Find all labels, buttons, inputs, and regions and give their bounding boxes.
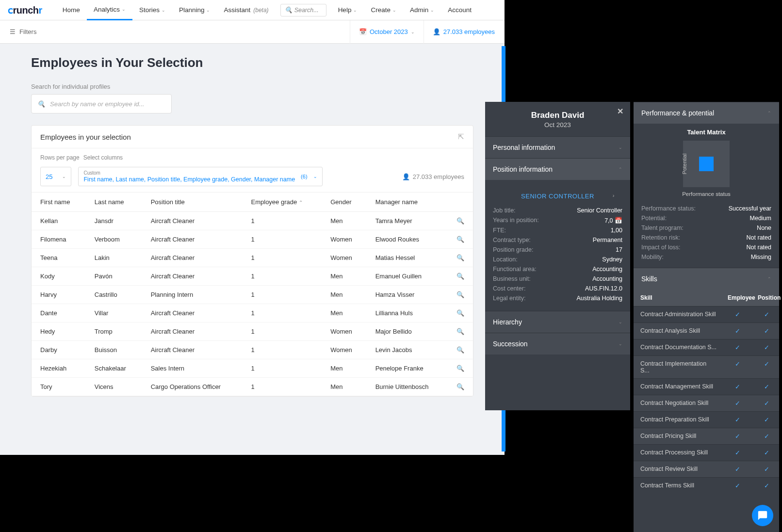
table-row[interactable]: HezekiahSchakelaarSales Intern1MenPenelo… <box>32 359 473 378</box>
chevron-down-icon: ⌄ <box>411 30 415 34</box>
chevron-down-icon: ⌄ <box>162 8 165 13</box>
check-icon: ✓ <box>721 323 751 339</box>
skill-row: Contract Management Skill✓✓ <box>634 378 779 395</box>
section-performance[interactable]: Performance & potential⌃ <box>634 102 779 124</box>
user-icon: 👤 <box>402 173 410 180</box>
employee-count[interactable]: 👤27.033 employees <box>424 28 495 35</box>
matrix-xlabel: Performance status <box>634 191 779 197</box>
check-icon: ✓ <box>751 445 779 461</box>
search-label: Search for individual profiles <box>31 83 473 90</box>
user-icon: 👤 <box>433 28 440 35</box>
filter-icon: ☰ <box>10 28 16 35</box>
search-icon[interactable]: 🔍 <box>448 378 473 396</box>
chat-button[interactable] <box>752 505 773 526</box>
columns-select[interactable]: Custom First name, Last name, Position t… <box>78 167 322 186</box>
chevron-down-icon: ⌄ <box>62 174 66 179</box>
table-row[interactable]: KodyPavónAircraft Cleaner1MenEmanuel Gui… <box>32 267 473 286</box>
col-header[interactable]: Last name <box>86 193 142 212</box>
table-row[interactable]: HarvyCastrilloPlanning Intern1MenHamza V… <box>32 286 473 304</box>
kv-row: Mobility:Missing <box>641 252 771 262</box>
search-icon[interactable]: 🔍 <box>448 267 473 286</box>
kv-row: Job title:Senior Controller <box>493 206 622 215</box>
section-skills[interactable]: Skills⌃ <box>634 268 779 290</box>
table-row[interactable]: TeenaLakinAircraft Cleaner1WomenMatias H… <box>32 249 473 267</box>
search-icon[interactable]: 🔍 <box>448 322 473 341</box>
section-position[interactable]: Position information⌃ <box>485 158 630 180</box>
skill-row: Contract Analysis Skill✓✓ <box>634 322 779 339</box>
search-icon[interactable]: 🔍 <box>448 230 473 249</box>
rows-per-page-select[interactable]: 25⌄ <box>40 167 71 186</box>
kv-row: Talent program:None <box>641 223 771 233</box>
table-row[interactable]: KellanJansdrAircraft Cleaner1MenTamra Me… <box>32 212 473 230</box>
check-icon: ✓ <box>751 412 779 428</box>
skill-row: Contract Processing Skill✓✓ <box>634 444 779 461</box>
nav-analytics[interactable]: Analytics⌄ <box>87 0 132 20</box>
card-header: Employees in your selection ⇱ <box>32 126 473 148</box>
search-icon[interactable]: 🔍 <box>448 341 473 359</box>
kv-row: Retention risk:Not rated <box>641 233 771 242</box>
section-hierarchy[interactable]: Hierarchy⌄ <box>485 311 630 333</box>
skills-header: Skill Employee Position <box>634 290 779 306</box>
export-icon[interactable]: ⇱ <box>458 132 464 141</box>
logo: ᴄrunchr <box>8 4 42 16</box>
table-row[interactable]: DarbyBuissonAircraft Cleaner1WomenLevin … <box>32 341 473 359</box>
nav-stories[interactable]: Stories⌄ <box>132 0 172 20</box>
rows-label: Rows per page <box>40 154 80 161</box>
kv-row: Contract type:Permanent <box>493 235 622 245</box>
col-header[interactable]: Gender <box>322 193 366 212</box>
date-selector[interactable]: 📅October 2023⌄ <box>350 20 424 44</box>
top-nav: ᴄrunchr Home Analytics⌄ Stories⌄ Plannin… <box>0 0 505 20</box>
chevron-down-icon: ⌄ <box>619 145 622 150</box>
talent-matrix: Potential <box>683 141 730 187</box>
search-icon[interactable]: 🔍 <box>448 286 473 304</box>
check-icon: ✓ <box>751 428 779 444</box>
check-icon: ✓ <box>721 339 751 355</box>
profile-date: Oct 2023 <box>485 121 630 136</box>
search-icon[interactable]: 🔍 <box>448 359 473 378</box>
search-icon[interactable]: 🔍 <box>448 249 473 267</box>
page-title: Employees in Your Selection <box>31 55 473 70</box>
nav-assistant[interactable]: Assistant(beta) <box>217 0 275 20</box>
table-employee-count: 👤27.033 employees <box>402 173 464 180</box>
kv-row: Functional area:Accounting <box>493 264 622 274</box>
profile-panel: Braden David ✕ Oct 2023 Personal informa… <box>485 102 630 410</box>
position-title-link[interactable]: SENIOR CONTROLLER› <box>493 186 622 206</box>
nav-account[interactable]: Account <box>441 0 478 20</box>
chevron-down-icon: ⌄ <box>313 174 317 179</box>
check-icon: ✓ <box>751 356 779 378</box>
kv-row: Position grade:17 <box>493 245 622 255</box>
kv-row: Business unit:Accounting <box>493 274 622 284</box>
section-succession[interactable]: Succession⌄ <box>485 333 630 355</box>
chevron-right-icon[interactable]: › <box>613 193 615 198</box>
skill-row: Contract Implementation S...✓✓ <box>634 355 779 378</box>
profile-search-input[interactable]: 🔍Search by name or employee id... <box>31 94 172 113</box>
col-header[interactable]: Manager name <box>367 193 448 212</box>
search-icon[interactable]: 🔍 <box>448 212 473 230</box>
chevron-up-icon: ⌃ <box>767 276 771 281</box>
col-header[interactable]: First name <box>32 193 86 212</box>
check-icon: ✓ <box>721 379 751 395</box>
global-search[interactable]: 🔍Search... <box>280 4 326 16</box>
check-icon: ✓ <box>721 306 751 322</box>
skill-row: Contract Documentation S...✓✓ <box>634 339 779 355</box>
close-icon[interactable]: ✕ <box>617 107 623 116</box>
nav-planning[interactable]: Planning⌄ <box>172 0 217 20</box>
filters-button[interactable]: ☰Filters <box>10 28 36 35</box>
check-icon: ✓ <box>751 323 779 339</box>
nav-create[interactable]: Create⌄ <box>364 0 403 20</box>
chevron-down-icon: ⌄ <box>619 320 622 324</box>
nav-admin[interactable]: Admin⌄ <box>403 0 441 20</box>
kv-row: Cost center:AUS.FIN.12.0 <box>493 284 622 293</box>
nav-home[interactable]: Home <box>56 0 87 20</box>
chevron-down-icon: ⌄ <box>619 341 622 346</box>
search-icon[interactable]: 🔍 <box>448 304 473 322</box>
table-row[interactable]: DanteVillarAircraft Cleaner1MenLillianna… <box>32 304 473 322</box>
table-row[interactable]: HedyTrompAircraft Cleaner1WomenMajor Bel… <box>32 322 473 341</box>
section-personal[interactable]: Personal information⌄ <box>485 136 630 158</box>
table-row[interactable]: FilomenaVerboomAircraft Cleaner1WomenElw… <box>32 230 473 249</box>
table-row[interactable]: ToryVicensCargo Operations Officer1MenBu… <box>32 378 473 396</box>
nav-help[interactable]: Help⌄ <box>331 0 364 20</box>
col-header[interactable]: Position title <box>142 193 243 212</box>
matrix-title: Talent Matrix <box>634 124 779 139</box>
col-header[interactable]: Employee grade⌃ <box>243 193 322 212</box>
